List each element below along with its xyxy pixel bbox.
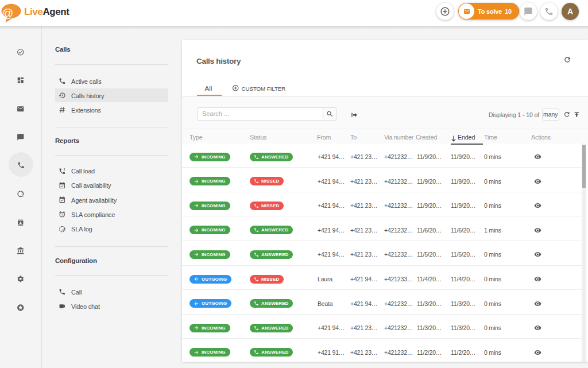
- svg-text:@: @: [2, 7, 13, 20]
